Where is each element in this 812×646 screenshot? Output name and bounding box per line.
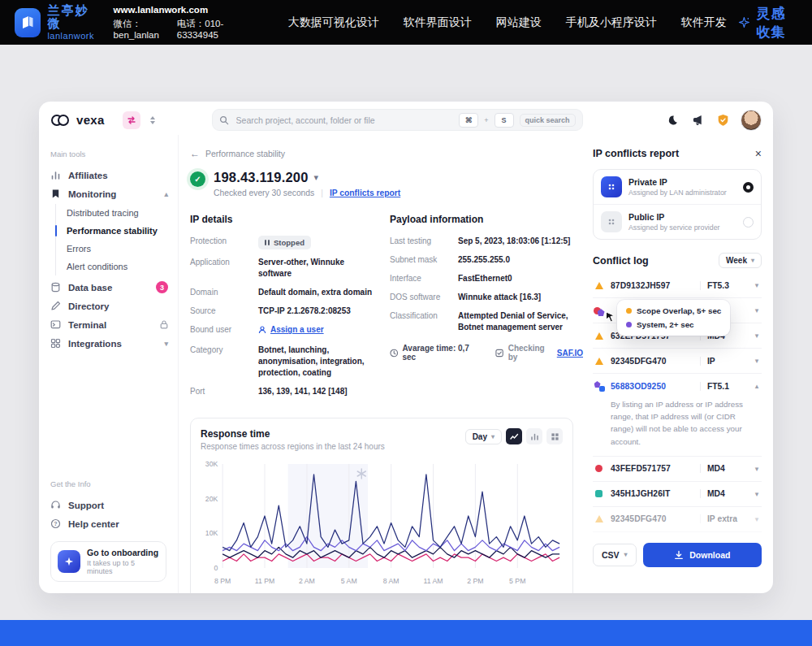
svg-text:0: 0 [214,564,218,572]
radio-unselected[interactable] [743,217,754,228]
average-time: Avarage time: 0,7 sec [390,344,481,362]
chevron-down-icon[interactable]: ▾ [752,306,762,314]
chevron-down-icon[interactable]: ▾ [752,465,762,473]
app-header: vexa ⌘ + S quick search [39,102,773,135]
radio-selected[interactable] [743,182,754,193]
onboarding-icon [58,550,80,573]
breadcrumb: ← Performance stability [190,148,585,159]
sidebar-subitem-alert-conditions[interactable]: Alert conditions [67,258,178,275]
status-check-icon: ✓ [190,171,205,187]
nav-item-mobile[interactable]: 手机及小程序设计 [566,15,657,30]
sidebar-item-affiliates[interactable]: Affiliates [50,166,178,184]
chevron-up-icon[interactable]: ▴ [164,190,168,198]
conflict-id: 56883OD9250 [611,382,694,391]
conflict-row[interactable]: 345H1JGH26IT MD4 ▾ [593,482,762,507]
payload-row-subnet: Subnet mask 255.255.255.0 [390,254,583,266]
sidebar-item-integrations[interactable]: Integrations ▾ [50,334,178,353]
detail-label: Source [190,306,258,317]
inspiration-collect-button[interactable]: 灵感收集 [738,4,797,41]
collect-label: 灵感收集 [756,4,797,41]
logo-title: 兰亭妙微 [47,4,97,31]
sidebar-item-label: Affiliates [68,171,178,180]
grid-icon [551,432,559,441]
close-icon[interactable]: × [755,148,762,159]
megaphone-icon [692,114,704,126]
detail-label: Protection [190,236,258,249]
sidebar-item-help-center[interactable]: ? Help center [50,514,178,533]
csv-export-button[interactable]: CSV▾ [593,544,637,566]
chart-type-bar-toggle[interactable] [526,428,542,444]
onboarding-title: Go to onboarding [87,548,159,557]
nav-item-software-ui[interactable]: 软件界面设计 [404,15,472,30]
response-time-chart[interactable]: 8 PM11 PM2 AM5 AM8 AM11 AM2 PM5 PM010K20… [201,456,563,592]
option-public-ip[interactable]: Public IP Assigned by service provider [594,204,761,239]
warning-icon [593,515,605,522]
payload-section: Payload information Last testing Sep 5, … [390,214,583,405]
sidebar-subitem-errors[interactable]: Errors [67,240,178,258]
onboarding-card[interactable]: Go to onboarding It takes up to 5 minute… [50,541,166,582]
saf-io-link[interactable]: SAF.IO [557,349,583,358]
conflict-row-muted[interactable]: 92345DFG470 IP extra ▾ [593,507,762,532]
vexa-logo[interactable]: vexa [50,113,105,127]
logo-text: 兰亭妙微 lanlanwork [47,4,97,41]
ip-conflicts-report-link[interactable]: IP conflicts report [330,189,400,197]
announcements-button[interactable] [690,113,705,128]
security-status-button[interactable] [715,113,730,128]
chart-type-grid-toggle[interactable] [546,428,563,444]
sparkle-icon [738,14,750,31]
chart-type-line-toggle[interactable] [506,428,522,444]
sidebar-item-label: Directory [68,301,178,311]
sidebar-subitem-performance-stability[interactable]: Performance stability [67,222,178,240]
bar-chart-icon [530,432,539,441]
detail-value: Server-other, Winnuke software [258,257,375,280]
sidebar-item-support[interactable]: Support [50,496,178,514]
sidebar-item-directory[interactable]: Directory [50,297,178,315]
nav-item-dev[interactable]: 软件开发 [681,15,727,30]
svg-text:2 PM: 2 PM [467,577,483,585]
workspace-sort-arrows[interactable] [150,116,155,124]
chevron-down-icon[interactable]: ▾ [164,340,168,348]
global-search[interactable]: ⌘ + S quick search [212,109,583,131]
log-period-select[interactable]: Week▾ [719,253,762,268]
period-select[interactable]: Day▾ [465,429,502,444]
sidebar-item-terminal[interactable]: Terminal [50,315,178,334]
conflict-row[interactable]: 56883OD9250 FT5.1 ▴ [593,374,762,398]
sidebar-subitem-distributed-tracing[interactable]: Distributed tracing [67,204,178,222]
payload-row-dos: DOS software Winnuke attack [16.3] [390,292,583,303]
detail-label: Category [190,345,258,379]
chevron-down-icon[interactable]: ▾ [752,357,762,365]
dark-mode-toggle[interactable] [665,113,680,128]
chevron-down-icon[interactable]: ▾ [752,515,762,523]
conflict-id: 92345DFG470 [611,357,694,366]
workspace-switcher-button[interactable] [123,111,140,129]
chevron-down-icon[interactable]: ▾ [752,490,762,498]
breadcrumb-label: Performance stability [205,149,285,158]
download-button[interactable]: Download [643,543,762,567]
tooltip-text: System, 2+ sec [637,320,694,329]
chevron-down-icon[interactable]: ▾ [752,281,762,289]
warning-icon [593,332,605,340]
stopped-badge: Stopped [258,236,311,249]
option-private-ip[interactable]: Private IP Assigned by LAN administrator [594,170,761,204]
sidebar-item-monitoring[interactable]: Monitoring ▴ [50,184,178,203]
sidebar-item-label: Monitoring [68,189,157,199]
sidebar-item-database[interactable]: Data base 3 [50,278,178,297]
back-arrow-icon[interactable]: ← [190,148,200,159]
ip-address-title: 198.43.119.200 [214,170,309,185]
lanlanwork-logo[interactable]: 兰亭妙微 lanlanwork [15,4,97,41]
website-text[interactable]: www.lanlanwork.com [114,5,240,15]
nav-item-website[interactable]: 网站建设 [496,15,542,30]
conflict-row[interactable]: 43FEFD571757 MD4 ▾ [593,457,762,482]
ip-details-title: IP details [190,214,375,225]
headset-icon [50,500,61,510]
promo-topbar: 兰亭妙微 lanlanwork www.lanlanwork.com 微信：be… [0,0,812,45]
chevron-down-icon[interactable]: ▾ [752,332,762,340]
conflict-row[interactable]: 92345DFG470 IP ▾ [593,349,762,374]
user-avatar[interactable] [741,110,762,131]
nav-item-bigdata[interactable]: 大数据可视化设计 [288,15,379,30]
chevron-down-icon[interactable]: ▾ [314,172,319,183]
chevron-up-icon[interactable]: ▴ [752,382,762,390]
assign-user-link[interactable]: Assign a user [258,324,324,336]
search-input[interactable] [235,115,454,126]
conflict-row[interactable]: 87D9132JH597 FT5.3 ▾ [593,273,762,298]
